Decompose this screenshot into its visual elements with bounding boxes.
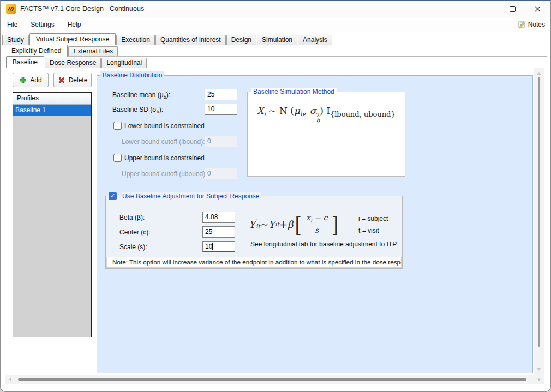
profiles-list: Profiles Baseline 1 xyxy=(13,92,92,337)
variance-note: Note: This option will increase variance… xyxy=(106,257,402,268)
legend-t-visit: t = visit xyxy=(358,227,379,234)
title-bar: FACTS™ v7.1 Core Design - Continuous xyxy=(1,1,550,17)
menu-settings[interactable]: Settings xyxy=(24,18,61,31)
tab-study[interactable]: Study xyxy=(2,35,29,45)
tab-explicitly-defined[interactable]: Explicitly Defined xyxy=(5,45,68,57)
profiles-list-header: Profiles xyxy=(13,93,91,105)
scroll-up-icon[interactable] xyxy=(537,72,541,75)
upper-bound-cutoff-input: 0 xyxy=(205,168,237,179)
vertical-scroll-thumb[interactable] xyxy=(538,77,540,347)
tab-analysis[interactable]: Analysis xyxy=(298,35,332,45)
profile-item-baseline-1[interactable]: Baseline 1 xyxy=(13,105,91,116)
scale-label: Scale (s): xyxy=(119,243,147,251)
horizontal-scroll-thumb[interactable] xyxy=(18,378,526,381)
menu-help[interactable]: Help xyxy=(61,18,88,31)
baseline-distribution-title: Baseline Distribution xyxy=(100,71,164,79)
baseline-simulation-method-group: Baseline Simulation Method Xi ∼ N (μb, σ… xyxy=(247,88,405,177)
baseline-mean-input[interactable]: 25 xyxy=(205,89,237,100)
scroll-right-icon[interactable] xyxy=(538,377,541,382)
add-button-label: Add xyxy=(30,76,41,84)
vertical-scrollbar[interactable] xyxy=(534,68,544,375)
maximize-icon xyxy=(510,6,516,12)
use-baseline-adjustment-checkbox[interactable]: ✓ xyxy=(109,192,117,200)
notes-label: Notes xyxy=(528,21,545,28)
tabstrip-level1: Study Virtual Subject Response Execution… xyxy=(2,33,549,45)
lower-bound-checkbox[interactable] xyxy=(113,122,122,130)
app-logo-icon xyxy=(6,4,16,14)
tab-execution[interactable]: Execution xyxy=(116,35,155,45)
tab-virtual-subject-response[interactable]: Virtual Subject Response xyxy=(29,33,116,45)
upper-bound-cutoff-label: Upper bound cutoff (ubound): xyxy=(122,170,207,178)
tab-quantities-of-interest[interactable]: Quantities of Interest xyxy=(155,35,226,45)
app-window: FACTS™ v7.1 Core Design - Continuous Fil… xyxy=(0,0,551,392)
see-longitudinal-text: See longitudinal tab for baseline adjust… xyxy=(250,240,397,248)
baseline-sd-label: Baseline SD (σb): xyxy=(112,106,163,114)
tab-simulation[interactable]: Simulation xyxy=(257,35,297,45)
delete-x-icon xyxy=(58,76,65,84)
lower-bound-checkbox-label: Lower bound is constrained xyxy=(124,122,205,130)
close-icon xyxy=(535,6,541,12)
tab-longitudinal[interactable]: Longitudinal xyxy=(101,58,147,68)
baseline-mean-label: Baseline mean (μb): xyxy=(112,91,170,100)
baseline-adjustment-group: ✓ Use Baseline Adjustment for Subject Re… xyxy=(105,192,403,269)
lower-bound-cutoff-label: Lower bound cutoff (lbound): xyxy=(122,138,205,146)
window-controls xyxy=(475,1,550,17)
scroll-left-icon[interactable] xyxy=(9,377,11,382)
upper-bound-checkbox-label: Upper bound is constrained xyxy=(124,154,205,162)
delete-button[interactable]: Delete xyxy=(53,73,92,87)
maximize-button[interactable] xyxy=(500,1,525,17)
minimize-button[interactable] xyxy=(475,1,500,17)
beta-input[interactable]: 4.08 xyxy=(202,212,235,223)
adjustment-formula: Y′it ∼ Yit + β[xi − cs] xyxy=(248,208,341,240)
tab-design[interactable]: Design xyxy=(226,35,256,45)
center-label: Center (c): xyxy=(119,228,151,236)
menu-bar: File Settings Help Notes xyxy=(1,17,550,32)
simulation-method-title: Baseline Simulation Method xyxy=(251,88,337,95)
tabstrip-level3: Baseline Dose Response Longitudinal xyxy=(6,56,546,68)
baseline-adjustment-title: Use Baseline Adjustment for Subject Resp… xyxy=(121,192,261,200)
close-button[interactable] xyxy=(525,1,550,17)
upper-bound-checkbox[interactable] xyxy=(113,154,122,162)
window-title: FACTS™ v7.1 Core Design - Continuous xyxy=(20,5,144,13)
horizontal-scrollbar[interactable] xyxy=(5,375,544,384)
tabstrip-level2: Explicitly Defined External Files xyxy=(5,45,547,57)
beta-label: Beta (β): xyxy=(119,214,145,221)
center-input[interactable]: 25 xyxy=(202,226,235,238)
minimize-icon xyxy=(484,9,490,9)
add-plus-icon xyxy=(19,76,27,84)
simulation-formula: Xi ∼ N (μb, σ2b) I{lbound, ubound} xyxy=(247,105,405,123)
tab-dose-response[interactable]: Dose Response xyxy=(45,58,101,68)
legend-i-subject: i = subject xyxy=(358,215,388,222)
notes-button[interactable]: Notes xyxy=(517,17,545,32)
notes-icon xyxy=(517,20,526,29)
scroll-down-icon[interactable] xyxy=(537,368,541,371)
tab-baseline[interactable]: Baseline xyxy=(6,56,44,68)
text-caret xyxy=(212,243,213,250)
baseline-sd-input[interactable]: 10 xyxy=(205,104,237,115)
tab-external-files[interactable]: External Files xyxy=(68,46,118,56)
simulation-method-frame xyxy=(247,92,405,177)
screen: FACTS™ v7.1 Core Design - Continuous Fil… xyxy=(0,0,551,392)
menu-file[interactable]: File xyxy=(1,18,24,31)
delete-button-label: Delete xyxy=(69,76,88,84)
add-button[interactable]: Add xyxy=(13,73,49,87)
scale-input[interactable]: 10 xyxy=(202,241,235,252)
lower-bound-cutoff-input: 0 xyxy=(205,136,237,147)
